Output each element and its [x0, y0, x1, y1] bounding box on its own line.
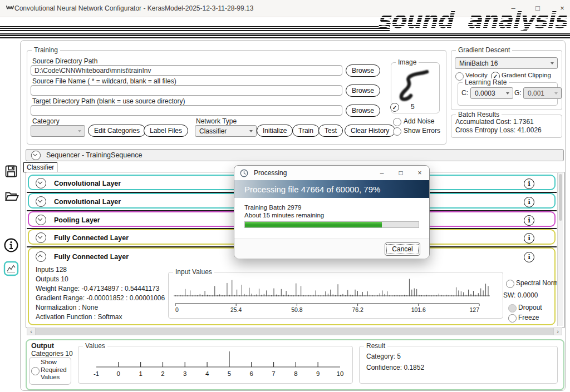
g-label: G: [514, 89, 522, 97]
chart-panel-icon[interactable] [3, 261, 19, 276]
values-axis-chart: -1012345678910 [80, 348, 351, 381]
chevron-down-icon[interactable] [36, 196, 46, 207]
svg-text:101.6: 101.6 [411, 306, 426, 313]
svg-text:8: 8 [294, 370, 297, 377]
layer-row-fc-2-expanded[interactable]: Fully Connected Layer i Inputs 128 Outpu… [28, 247, 556, 325]
svg-text:25.4: 25.4 [230, 306, 242, 313]
output-categories: Categories 10 [31, 350, 73, 358]
dialog-close-button[interactable]: × [410, 166, 429, 180]
target-dir-input[interactable] [31, 105, 342, 116]
sequencer-bar[interactable]: Sequencer - TrainingSequence [26, 149, 564, 161]
spectral-norm-radio[interactable] [506, 280, 514, 288]
input-values-chart: 025.450.876.2101.6127 [170, 275, 502, 317]
horizontal-scrollbar[interactable]: ‹ › [27, 328, 562, 335]
show-required-values-radio[interactable] [31, 367, 40, 375]
source-dir-label: Source Directory Path [32, 57, 97, 65]
svg-text:7: 7 [272, 370, 275, 377]
svg-text:5: 5 [228, 370, 231, 377]
info-icon[interactable]: i [524, 197, 534, 207]
open-folder-icon[interactable] [4, 190, 19, 202]
result-confidence: Confidence: 0.1852 [366, 364, 424, 371]
vertical-scrollbar-thumb[interactable] [559, 174, 562, 221]
minibatch-dropdown[interactable]: MiniBatch 16 [455, 57, 558, 69]
chevron-down-icon[interactable] [36, 232, 46, 243]
info-icon[interactable]: i [524, 178, 534, 189]
fc-inputs: Inputs 128 [36, 266, 67, 274]
g-rate-dropdown[interactable]: 0.001 [523, 87, 562, 99]
fc-normalization: Normalization : None [36, 304, 98, 311]
category-dropdown[interactable] [31, 125, 85, 137]
progress-bar [244, 221, 419, 228]
digit-value-label: 5 [411, 103, 415, 111]
info-icon[interactable]: i [524, 252, 534, 262]
target-dir-label: Target Directory Path (blank = use sourc… [32, 97, 185, 105]
chevron-down-icon[interactable] [36, 215, 46, 225]
tab-classifier[interactable]: Classifier [23, 162, 57, 172]
cancel-button[interactable]: Cancel [385, 242, 420, 256]
svg-text:10: 10 [337, 370, 344, 377]
svg-text:3: 3 [183, 370, 186, 377]
fc-activation: Activation Function : Softmax [36, 313, 122, 321]
label-files-button[interactable]: Label Files [144, 125, 188, 137]
svg-text:1: 1 [139, 370, 142, 377]
test-button[interactable]: Test [318, 125, 343, 137]
fc-weight-range: Weight Range: -0.47134897 : 0.54441173 [36, 285, 159, 292]
network-type-dropdown[interactable]: Classifier [195, 125, 257, 137]
gradient-clipping-label: Gradient Clipping [502, 72, 551, 78]
save-icon[interactable] [4, 165, 18, 178]
cross-entropy-loss: Cross Entropy Loss: 41.0026 [455, 126, 542, 134]
c-rate-dropdown[interactable]: 0.0003 [470, 87, 513, 99]
edit-categories-button[interactable]: Edit Categories [88, 125, 146, 137]
training-batch-line: Training Batch 2979 [244, 204, 302, 211]
fc-gradient-range: Gradient Range: -0.00001852 : 0.00001006 [36, 294, 165, 302]
clear-history-button[interactable]: Clear History [345, 125, 395, 137]
vertical-scrollbar[interactable] [557, 173, 563, 326]
source-dir-input[interactable] [31, 65, 342, 76]
scroll-left-button[interactable]: ‹ [27, 328, 36, 335]
chevron-down-icon[interactable] [36, 178, 46, 188]
add-noise-radio[interactable] [393, 118, 401, 126]
show-errors-radio[interactable] [393, 127, 401, 136]
chevron-down-icon[interactable] [31, 150, 41, 160]
chevron-up-icon[interactable] [36, 251, 46, 262]
dialog-minimize-button[interactable]: – [372, 166, 391, 180]
dropout-radio[interactable] [508, 304, 517, 312]
svg-text:-1: -1 [94, 370, 99, 377]
svg-text:9: 9 [316, 370, 320, 377]
fc-outputs: Outputs 10 [36, 275, 68, 283]
processing-dialog-title: Processing [254, 169, 287, 177]
processing-progress-header: Processing file 47664 of 60000, 79% [234, 180, 429, 198]
source-file-input[interactable] [31, 85, 342, 96]
browse-source-dir-button[interactable]: Browse [346, 64, 380, 77]
freeze-radio[interactable] [508, 314, 517, 322]
dialog-maximize-button[interactable]: □ [391, 166, 410, 180]
show-required-values-label: Show Required Values [41, 359, 68, 381]
sw-value: SW: 0.0000 [503, 291, 538, 299]
learning-rate-label: Learning Rate [463, 78, 509, 86]
result-category: Category: 5 [366, 353, 401, 360]
source-file-label: Source File Name ( * = wildcard, blank =… [32, 77, 176, 85]
velocity-label: Velocity [465, 72, 488, 78]
output-label: Output [31, 342, 54, 350]
sequencer-label: Sequencer - TrainingSequence [46, 151, 142, 159]
info-icon[interactable]: i [524, 233, 534, 244]
info-icon[interactable] [3, 237, 19, 253]
info-icon[interactable]: i [524, 215, 534, 226]
browse-target-dir-button[interactable]: Browse [346, 105, 380, 117]
svg-text:0: 0 [117, 370, 120, 377]
svg-text:76.2: 76.2 [352, 306, 363, 313]
scroll-right-button[interactable]: › [553, 328, 562, 335]
dialog-footer: Cancel [234, 239, 429, 259]
app-icon[interactable] [6, 4, 14, 13]
gradient-descent-label: Gradient Descent [456, 46, 512, 54]
image-checked-checkbox[interactable]: ✓ [390, 103, 399, 112]
initialize-button[interactable]: Initialize [257, 125, 293, 137]
progress-bar-fill [245, 222, 382, 227]
browse-source-file-button[interactable]: Browse [346, 85, 380, 97]
result-label: Result [364, 342, 387, 350]
accumulated-cost: Accumulated Cost: 1.7361 [455, 118, 534, 126]
batch-results-label: Batch Results [456, 111, 502, 118]
time-remaining-line: About 15 minutes remaining [244, 212, 324, 219]
train-button[interactable]: Train [292, 125, 320, 137]
dropout-label: Dropout [518, 304, 542, 311]
